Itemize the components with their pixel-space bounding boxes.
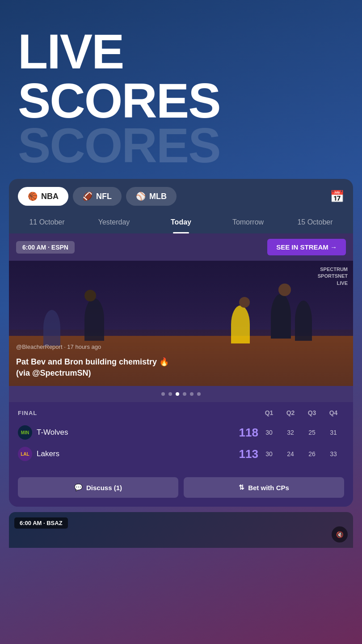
hero-section: LIVE SCORES SCORES <box>0 0 362 179</box>
discuss-button[interactable]: 💬 Discuss (1) <box>18 477 178 498</box>
social-source-tag: @BleacherReport · 17 hours ago <box>16 343 101 350</box>
dot-2[interactable] <box>168 392 172 396</box>
twolves-q3: 25 <box>301 429 323 436</box>
final-status-badge: FINAL <box>18 410 236 416</box>
lakers-score: 113 <box>232 447 258 461</box>
lakers-quarter-scores: 30 24 26 33 <box>258 450 344 458</box>
date-tomorrow[interactable]: Tomorrow <box>215 214 282 233</box>
lakers-logo: LAL <box>18 447 32 461</box>
date-11-october[interactable]: 11 October <box>13 214 80 233</box>
hero-shadow-text: SCORES <box>18 121 344 170</box>
sport-tabs-bar: 🏀 NBA 🏈 NFL ⚾ MLB 📅 <box>9 179 353 214</box>
post-handle: @SpectrumSN <box>32 369 88 377</box>
volume-button[interactable]: 🔇 <box>332 526 348 542</box>
post-title: Pat Bev and Bron building chemistry 🔥 (v… <box>16 356 346 379</box>
nfl-label: NFL <box>96 192 112 201</box>
sport-tab-nfl[interactable]: 🏈 NFL <box>73 187 122 206</box>
q2-header: Q2 <box>280 409 301 416</box>
quarter-headers: Q1 Q2 Q3 Q4 <box>236 409 344 416</box>
mlb-emoji: ⚾ <box>136 191 146 201</box>
score-table: FINAL Q1 Q2 Q3 Q4 MIN T-Wolves 118 <box>9 402 353 472</box>
hero-title-line1: LIVE <box>18 27 344 76</box>
nfl-emoji: 🏈 <box>83 191 93 201</box>
bet-label: Bet with CPs <box>248 484 289 491</box>
main-card: 🏀 NBA 🏈 NFL ⚾ MLB 📅 11 October Yesterday… <box>9 179 353 507</box>
lakers-name: Lakers <box>37 449 232 458</box>
date-navigation: 11 October Yesterday Today Tomorrow 15 O… <box>9 214 353 233</box>
twolves-score: 118 <box>232 426 258 440</box>
content-area: 6:00 AM · ESPN SEE IN STREAM → <box>9 233 353 507</box>
volume-icon: 🔇 <box>336 531 344 538</box>
date-today[interactable]: Today <box>147 214 215 233</box>
game-image: SPECTRUM SPORTSNET LIVE @BleacherReport … <box>9 261 353 386</box>
sport-tab-nba[interactable]: 🏀 NBA <box>18 187 68 206</box>
post-title-line1: Pat Bev and Bron building chemistry 🔥 <box>16 356 346 368</box>
date-15-october[interactable]: 15 October <box>282 214 349 233</box>
q1-header: Q1 <box>258 409 280 416</box>
discuss-icon: 💬 <box>74 483 83 491</box>
date-yesterday[interactable]: Yesterday <box>80 214 147 233</box>
twolves-q2: 32 <box>280 429 301 436</box>
bet-icon: ⇅ <box>239 483 244 491</box>
post-via-text: (via <box>16 369 32 377</box>
dot-4[interactable] <box>183 392 186 396</box>
score-header-row: FINAL Q1 Q2 Q3 Q4 <box>18 409 344 416</box>
stream-time-badge: 6:00 AM · ESPN <box>16 241 75 254</box>
twolves-q1: 30 <box>258 429 280 436</box>
dot-6[interactable] <box>197 392 201 396</box>
lakers-q3: 26 <box>301 450 323 458</box>
calendar-icon: 📅 <box>330 190 344 203</box>
lakers-q1: 30 <box>258 450 280 458</box>
twolves-q4: 31 <box>323 429 344 436</box>
see-in-stream-button[interactable]: SEE IN STREAM → <box>267 239 346 255</box>
twolves-quarter-scores: 30 32 25 31 <box>258 429 344 436</box>
bottom-time-badge: 6:00 AM · BSAZ <box>14 517 68 529</box>
watermark-line2: SPORTSNET <box>318 273 348 280</box>
stream-header: 6:00 AM · ESPN SEE IN STREAM → <box>9 233 353 261</box>
q4-header: Q4 <box>323 409 344 416</box>
twolves-row: MIN T-Wolves 118 30 32 25 31 <box>18 422 344 443</box>
calendar-button[interactable]: 📅 <box>330 190 344 203</box>
dot-5[interactable] <box>190 392 194 396</box>
bottom-card-preview: 6:00 AM · BSAZ 🔇 <box>9 512 353 548</box>
q3-header: Q3 <box>301 409 323 416</box>
sport-tab-mlb[interactable]: ⚾ MLB <box>126 187 177 206</box>
bet-button[interactable]: ⇅ Bet with CPs <box>184 477 344 498</box>
lakers-q4: 33 <box>323 450 344 458</box>
nba-label: NBA <box>41 192 59 201</box>
mlb-label: MLB <box>149 192 167 201</box>
dot-1[interactable] <box>161 392 165 396</box>
nba-emoji: 🏀 <box>28 191 38 201</box>
discuss-label: Discuss (1) <box>86 484 122 491</box>
carousel-dots <box>9 386 353 402</box>
watermark: SPECTRUM SPORTSNET LIVE <box>318 266 348 287</box>
lakers-q2: 24 <box>280 450 301 458</box>
lakers-row: LAL Lakers 113 30 24 26 33 <box>18 443 344 465</box>
twolves-logo: MIN <box>18 425 32 440</box>
twolves-name: T-Wolves <box>37 428 232 437</box>
watermark-line3: LIVE <box>318 280 348 287</box>
stream-card: 6:00 AM · ESPN SEE IN STREAM → <box>9 233 353 507</box>
dot-3[interactable] <box>176 392 179 396</box>
watermark-line1: SPECTRUM <box>318 266 348 273</box>
post-via-line: (via @SpectrumSN) <box>16 368 346 379</box>
action-buttons-row: 💬 Discuss (1) ⇅ Bet with CPs <box>9 472 353 507</box>
